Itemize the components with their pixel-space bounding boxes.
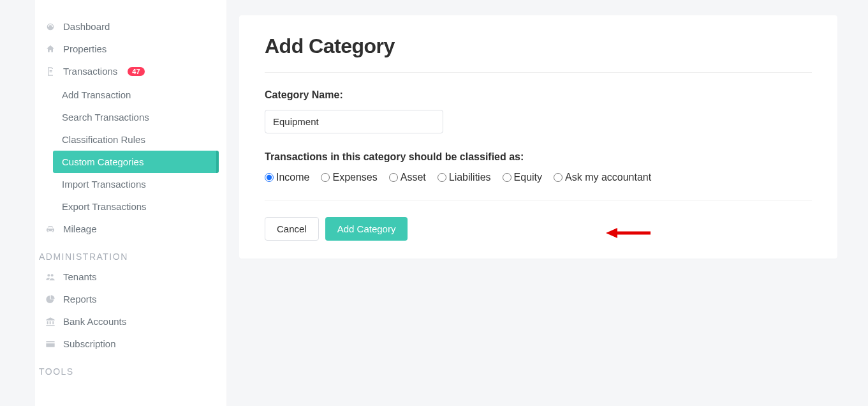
radio-label: Equity (514, 172, 542, 183)
add-category-button[interactable]: Add Category (325, 217, 408, 241)
radio-label: Asset (401, 172, 426, 183)
gauge-icon (45, 22, 55, 32)
radio-option-liabilities[interactable]: Liabilities (438, 172, 491, 183)
category-name-input[interactable] (265, 110, 443, 133)
button-row: Cancel Add Category (265, 217, 812, 241)
section-header-tools: TOOLS (35, 355, 226, 380)
sidebar-item-label: Tenants (63, 271, 97, 282)
radio-liabilities[interactable] (438, 173, 446, 182)
sidebar-item-transactions[interactable]: Transactions 47 (35, 60, 226, 82)
sidebar-item-dashboard[interactable]: Dashboard (35, 15, 226, 38)
radio-expenses[interactable] (321, 173, 330, 182)
sidebar-sub-search-transactions[interactable]: Search Transactions (53, 106, 219, 128)
credit-card-icon (45, 339, 55, 349)
sidebar-sub-custom-categories[interactable]: Custom Categories (53, 151, 219, 173)
sidebar-sub-add-transaction[interactable]: Add Transaction (53, 84, 219, 106)
sidebar-item-subscription[interactable]: Subscription (35, 333, 226, 355)
divider (265, 72, 812, 73)
page-title: Add Category (265, 34, 812, 58)
sidebar-item-tenants[interactable]: Tenants (35, 266, 226, 288)
radio-label: Expenses (332, 172, 377, 183)
sidebar-item-label: Transactions (63, 66, 117, 77)
add-category-card: Add Category Category Name: Transactions… (239, 15, 837, 259)
classification-radio-group: Income Expenses Asset Liabilities Equity (265, 172, 812, 183)
main-content: Add Category Category Name: Transactions… (226, 0, 868, 406)
radio-option-income[interactable]: Income (265, 172, 309, 183)
bank-icon (45, 317, 55, 327)
radio-option-equity[interactable]: Equity (503, 172, 542, 183)
document-icon (45, 66, 55, 77)
section-header-administration: ADMINISTRATION (35, 240, 226, 266)
car-icon (45, 224, 55, 234)
sidebar-item-mileage[interactable]: Mileage (35, 218, 226, 240)
cancel-button[interactable]: Cancel (265, 217, 319, 241)
sidebar-sub-export-transactions[interactable]: Export Transactions (53, 195, 219, 218)
divider (265, 200, 812, 200)
radio-label: Liabilities (449, 172, 491, 183)
sidebar-item-properties[interactable]: Properties (35, 38, 226, 60)
transactions-submenu: Add Transaction Search Transactions Clas… (35, 82, 226, 218)
sidebar-item-label: Dashboard (63, 21, 110, 32)
radio-equity[interactable] (503, 173, 511, 182)
sidebar: Dashboard Properties Transactions 47 Add… (35, 0, 226, 406)
radio-asset[interactable] (389, 173, 398, 182)
radio-option-asset[interactable]: Asset (389, 172, 426, 183)
sidebar-item-label: Bank Accounts (63, 316, 126, 327)
sidebar-sub-classification-rules[interactable]: Classification Rules (53, 128, 219, 151)
sidebar-item-label: Mileage (63, 223, 97, 234)
transactions-count-badge: 47 (128, 67, 144, 76)
radio-option-ask-accountant[interactable]: Ask my accountant (554, 172, 651, 183)
pie-chart-icon (45, 294, 55, 304)
radio-income[interactable] (265, 173, 274, 182)
home-icon (45, 44, 55, 54)
radio-label: Ask my accountant (565, 172, 651, 183)
users-icon (45, 272, 55, 282)
radio-option-expenses[interactable]: Expenses (321, 172, 377, 183)
radio-label: Income (276, 172, 309, 183)
sidebar-item-label: Subscription (63, 338, 116, 349)
category-name-label: Category Name: (265, 89, 812, 101)
sidebar-item-label: Properties (63, 43, 107, 54)
classification-label: Transactions in this category should be … (265, 151, 812, 163)
sidebar-sub-import-transactions[interactable]: Import Transactions (53, 173, 219, 195)
sidebar-item-reports[interactable]: Reports (35, 288, 226, 310)
radio-ask-accountant[interactable] (554, 173, 563, 182)
sidebar-item-label: Reports (63, 294, 97, 304)
sidebar-item-bank-accounts[interactable]: Bank Accounts (35, 310, 226, 333)
